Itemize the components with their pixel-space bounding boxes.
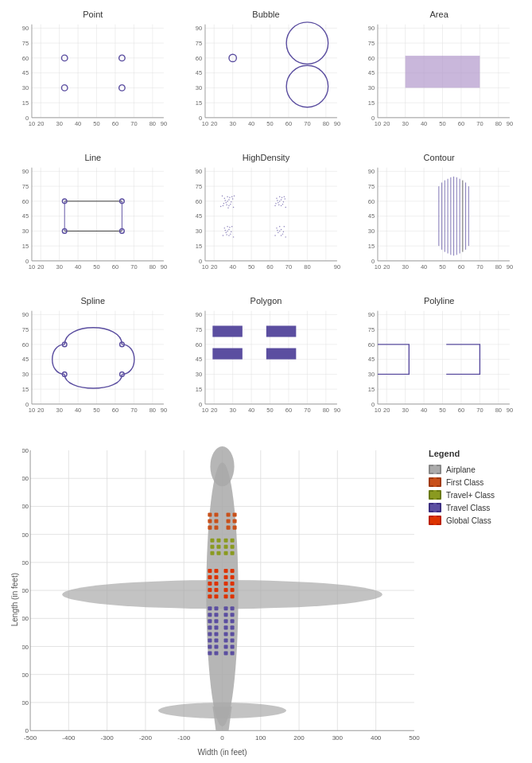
svg-text:60: 60 xyxy=(458,120,464,127)
svg-point-187 xyxy=(226,204,227,206)
svg-text:75: 75 xyxy=(368,40,375,47)
svg-rect-479 xyxy=(208,613,212,617)
svg-text:90: 90 xyxy=(161,120,167,127)
svg-text:60: 60 xyxy=(196,341,202,348)
svg-point-178 xyxy=(230,204,231,205)
svg-rect-455 xyxy=(208,569,212,573)
svg-point-222 xyxy=(231,232,232,233)
svg-text:80: 80 xyxy=(304,263,310,271)
svg-text:90: 90 xyxy=(333,407,340,414)
svg-point-203 xyxy=(279,197,281,198)
svg-text:-500: -500 xyxy=(24,734,37,742)
svg-rect-506 xyxy=(231,652,235,656)
svg-text:20: 20 xyxy=(383,120,390,127)
svg-text:80: 80 xyxy=(495,263,502,271)
svg-text:60: 60 xyxy=(458,407,464,414)
charts-grid: Point xyxy=(6,6,526,436)
svg-rect-487 xyxy=(208,625,212,629)
svg-text:75: 75 xyxy=(22,326,29,333)
svg-text:45: 45 xyxy=(368,212,375,220)
svg-rect-458 xyxy=(231,569,235,573)
svg-text:30: 30 xyxy=(56,263,62,271)
svg-point-428 xyxy=(62,580,382,609)
svg-text:10: 10 xyxy=(201,120,208,127)
svg-point-231 xyxy=(274,235,276,236)
svg-point-180 xyxy=(231,197,233,198)
svg-text:70: 70 xyxy=(130,263,137,271)
svg-rect-459 xyxy=(208,575,212,579)
svg-text:75: 75 xyxy=(196,326,202,333)
airplane-chart-svg: 0 100 200 300 400 500 600 700 800 900 10… xyxy=(22,442,422,746)
svg-text:900: 900 xyxy=(22,475,29,482)
svg-text:40: 40 xyxy=(75,263,81,271)
svg-text:30: 30 xyxy=(56,120,62,127)
svg-text:50: 50 xyxy=(440,263,446,271)
svg-text:70: 70 xyxy=(285,263,291,271)
svg-text:50: 50 xyxy=(93,407,99,414)
svg-rect-440 xyxy=(214,526,218,530)
svg-text:300: 300 xyxy=(332,734,344,742)
svg-text:20: 20 xyxy=(37,407,44,414)
svg-point-185 xyxy=(224,200,226,201)
airplane-chart-container: Length (in feet) xyxy=(6,442,526,757)
svg-point-225 xyxy=(279,231,281,232)
svg-rect-477 xyxy=(224,606,228,610)
spline-chart-svg: 0 15 30 45 60 75 90 10 20 30 40 50 60 70… xyxy=(10,307,177,426)
svg-text:30: 30 xyxy=(196,371,202,378)
svg-point-188 xyxy=(229,197,231,198)
svg-rect-482 xyxy=(231,613,235,617)
svg-text:400: 400 xyxy=(22,615,29,622)
svg-rect-437 xyxy=(227,520,231,524)
svg-text:30: 30 xyxy=(22,228,29,235)
legend-item-globalclass: Global Class xyxy=(429,516,519,525)
svg-text:40: 40 xyxy=(75,120,81,127)
svg-text:60: 60 xyxy=(285,407,291,414)
svg-point-175 xyxy=(227,200,228,202)
svg-point-201 xyxy=(274,205,276,207)
svg-point-190 xyxy=(232,198,234,200)
svg-text:60: 60 xyxy=(112,407,118,414)
svg-text:90: 90 xyxy=(368,25,375,32)
svg-rect-485 xyxy=(224,619,228,623)
svg-text:20: 20 xyxy=(211,120,217,127)
svg-text:60: 60 xyxy=(368,55,375,62)
svg-rect-476 xyxy=(214,606,218,610)
svg-text:30: 30 xyxy=(229,407,235,414)
svg-text:30: 30 xyxy=(402,120,409,127)
svg-text:800: 800 xyxy=(22,503,29,510)
spline-chart-cell: Spline xyxy=(6,293,180,436)
line-chart-svg: 0 15 30 45 60 75 90 10 20 30 40 50 60 70… xyxy=(10,164,177,283)
legend-swatch-airplane xyxy=(429,465,441,474)
svg-text:15: 15 xyxy=(22,99,29,107)
svg-text:15: 15 xyxy=(22,243,29,250)
svg-text:40: 40 xyxy=(421,120,427,127)
svg-text:15: 15 xyxy=(22,386,29,393)
svg-text:50: 50 xyxy=(440,407,446,414)
svg-point-232 xyxy=(285,236,286,238)
legend-swatch-globalclass xyxy=(429,516,441,525)
svg-text:60: 60 xyxy=(112,120,118,127)
point-chart-title: Point xyxy=(10,10,177,19)
bubble-chart-title: Bubble xyxy=(183,10,350,19)
polyline-chart-area: 0 15 30 45 60 75 90 10 20 30 40 50 60 70… xyxy=(355,307,522,426)
legend-item-travelclass: Travel Class xyxy=(429,503,519,512)
area-chart-cell: Area xyxy=(352,6,526,150)
svg-rect-467 xyxy=(208,588,212,592)
svg-point-216 xyxy=(231,226,233,228)
svg-rect-471 xyxy=(208,594,212,598)
svg-point-189 xyxy=(223,203,224,204)
svg-point-229 xyxy=(276,228,278,229)
svg-text:70: 70 xyxy=(477,120,483,127)
svg-text:70: 70 xyxy=(477,263,483,271)
svg-text:400: 400 xyxy=(371,734,382,742)
legend-item-airplane: Airplane xyxy=(429,465,519,474)
svg-point-194 xyxy=(220,206,222,208)
svg-rect-502 xyxy=(231,645,235,649)
airplane-y-axis-label: Length (in feet) xyxy=(10,573,19,626)
svg-point-205 xyxy=(277,200,278,201)
svg-text:10: 10 xyxy=(29,263,35,271)
svg-text:20: 20 xyxy=(37,120,44,127)
svg-text:90: 90 xyxy=(368,311,375,318)
svg-rect-449 xyxy=(224,545,228,549)
svg-rect-470 xyxy=(231,588,235,592)
